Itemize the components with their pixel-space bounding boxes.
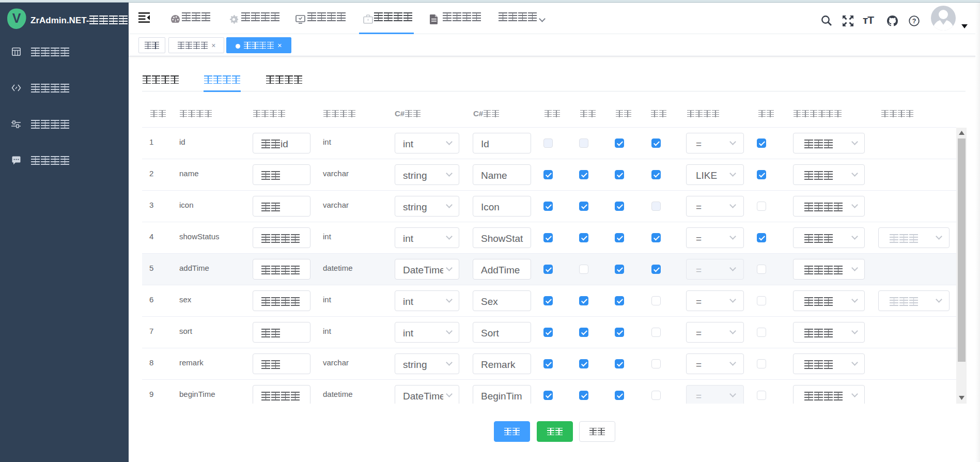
svg-text:?: ? [912,18,916,25]
svg-text:V: V [12,11,21,25]
